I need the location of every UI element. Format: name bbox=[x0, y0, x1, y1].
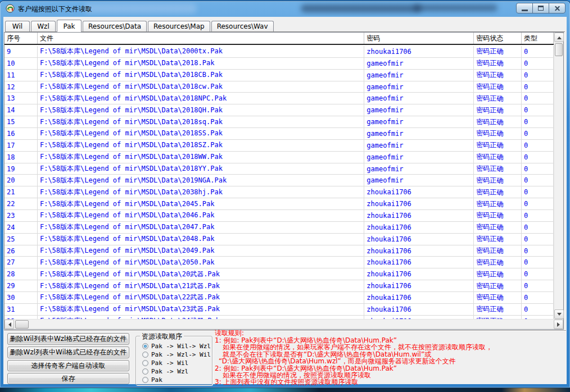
minimize-icon bbox=[522, 10, 528, 11]
minimize-button[interactable] bbox=[516, 3, 533, 13]
cell-status: 密码正确 bbox=[474, 198, 522, 209]
vertical-scrollbar[interactable] bbox=[554, 33, 563, 319]
table-row[interactable]: 17F:\58版本库\Legend of mir\MSDL\Data\2018S… bbox=[4, 140, 554, 152]
table-row[interactable]: 30F:\58版本库\Legend of mir\MSDL\Data\22武器.… bbox=[4, 292, 554, 304]
table-body: 9F:\58版本库\Legend of mir\MSDL\Data\2000tx… bbox=[4, 46, 554, 319]
delete-wil-existing-wzl-button[interactable]: 删除Wil列表中Wzl格式已经存在的文件 bbox=[7, 333, 129, 345]
cell-file: F:\58版本库\Legend of mir\MSDL\Data\2050.Pa… bbox=[38, 257, 364, 268]
rules-lines: 1: 例如: Pak列表中“D:\盛大网络\热血传奇\Data\Hum.Pak”… bbox=[215, 337, 566, 386]
maximize-button[interactable] bbox=[532, 3, 549, 13]
scroll-up-button[interactable] bbox=[554, 33, 564, 42]
table-row[interactable]: 27F:\58版本库\Legend of mir\MSDL\Data\2050.… bbox=[4, 257, 554, 268]
cell-index: 15 bbox=[4, 116, 38, 127]
maximize-icon bbox=[538, 6, 544, 11]
cell-status: 密码正确 bbox=[474, 186, 522, 198]
radio-option-3[interactable]: Pak -> Wil bbox=[142, 359, 211, 367]
table-row[interactable]: 14F:\58版本库\Legend of mir\MSDL\Data\2018Q… bbox=[4, 104, 554, 116]
cell-type: 0 bbox=[522, 152, 554, 163]
cell-password: zhoukai1706 bbox=[364, 268, 474, 280]
radio-option-label: Pak -> Wzl bbox=[151, 368, 188, 375]
table-row[interactable]: 22F:\58版本库\Legend of mir\MSDL\Data\2045.… bbox=[4, 198, 554, 210]
file-list: 序号文件密码密码状态类型 9F:\58版本库\Legend of mir\MSD… bbox=[4, 32, 564, 330]
col-type[interactable]: 类型 bbox=[522, 33, 554, 44]
cell-status: 密码正确 bbox=[474, 245, 522, 257]
cell-password: zhoukai1706 bbox=[364, 46, 474, 57]
cell-type: 0 bbox=[522, 128, 554, 139]
table-row[interactable]: 11F:\58版本库\Legend of mir\MSDL\Data\2018C… bbox=[4, 70, 554, 81]
table-row[interactable]: 13F:\58版本库\Legend of mir\MSDL\Data\2018N… bbox=[4, 93, 554, 104]
table-row[interactable]: 26F:\58版本库\Legend of mir\MSDL\Data\2049.… bbox=[4, 245, 554, 257]
table-row[interactable]: 15F:\58版本库\Legend of mir\MSDL\Data\2018s… bbox=[4, 116, 554, 128]
radio-option-4[interactable]: Pak -> Wzl bbox=[142, 368, 211, 375]
table-row[interactable]: 24F:\58版本库\Legend of mir\MSDL\Data\2047.… bbox=[4, 222, 554, 234]
tab-wzl[interactable]: Wzl bbox=[31, 21, 56, 31]
tab-bar: WilWzlPakResources\DataResources\MapReso… bbox=[5, 20, 565, 32]
cell-index: 22 bbox=[4, 198, 38, 209]
tab-wil[interactable]: Wil bbox=[5, 21, 30, 31]
cell-file: F:\58版本库\Legend of mir\MSDL\Data\2045.Pa… bbox=[38, 198, 364, 209]
col-index[interactable]: 序号 bbox=[4, 33, 38, 44]
cell-status: 密码正确 bbox=[474, 152, 522, 163]
cell-file: F:\58版本库\Legend of mir\MSDL\Data\2048.Pa… bbox=[38, 234, 364, 245]
cell-type: 0 bbox=[522, 268, 554, 280]
horizontal-scrollbar[interactable] bbox=[4, 319, 563, 329]
taskbar[interactable] bbox=[0, 387, 570, 392]
cell-password: gameofmir bbox=[364, 70, 474, 81]
col-file[interactable]: 文件 bbox=[38, 33, 364, 44]
radio-icon bbox=[142, 377, 148, 383]
col-password[interactable]: 密码 bbox=[364, 33, 474, 44]
tab-resources-wav[interactable]: Resources\Wav bbox=[211, 21, 274, 31]
glass-shadow bbox=[413, 4, 497, 11]
cell-password: zhoukai1706 bbox=[364, 257, 474, 268]
cell-index: 16 bbox=[4, 128, 38, 139]
table-row[interactable]: 25F:\58版本库\Legend of mir\MSDL\Data\2048.… bbox=[4, 234, 554, 245]
table-row[interactable]: 16F:\58版本库\Legend of mir\MSDL\Data\2018S… bbox=[4, 128, 554, 140]
cell-index: 28 bbox=[4, 268, 38, 280]
scroll-right-button[interactable] bbox=[554, 320, 563, 329]
horizontal-scroll-thumb[interactable] bbox=[15, 320, 29, 329]
scroll-down-button[interactable] bbox=[554, 309, 564, 319]
cell-status: 密码正确 bbox=[474, 46, 522, 57]
cell-file: F:\58版本库\Legend of mir\MSDL\Data\2018YY.… bbox=[38, 163, 364, 175]
cell-password: gameofmir bbox=[364, 152, 474, 163]
table-row[interactable]: 10F:\58版本库\Legend of mir\MSDL\Data\2018.… bbox=[4, 58, 554, 70]
table-row[interactable]: 19F:\58版本库\Legend of mir\MSDL\Data\2018Y… bbox=[4, 163, 554, 175]
cell-type: 0 bbox=[522, 70, 554, 81]
radio-option-label: Pak -> Wil-> Wzl bbox=[151, 343, 211, 350]
arrow-left-icon bbox=[6, 322, 11, 327]
table-row[interactable]: 29F:\58版本库\Legend of mir\MSDL\Data\21武器.… bbox=[4, 280, 554, 292]
rule-line: 如果在使用微端的情况，如果玩家客户端不存在这个文件，就不在按照资源读取顺序读取， bbox=[215, 344, 566, 350]
table-row[interactable]: 20F:\58版本库\Legend of mir\MSDL\Data\2019N… bbox=[4, 175, 554, 186]
table-row[interactable]: 28F:\58版本库\Legend of mir\MSDL\Data\20武器.… bbox=[4, 268, 554, 280]
tab-resources-data[interactable]: Resources\Data bbox=[83, 21, 147, 31]
cell-file: F:\58版本库\Legend of mir\MSDL\Data\2047.Pa… bbox=[38, 222, 364, 233]
cell-password: gameofmir bbox=[364, 116, 474, 127]
close-button[interactable] bbox=[549, 3, 566, 13]
cell-password: zhoukai1706 bbox=[364, 304, 474, 315]
cell-status: 密码正确 bbox=[474, 93, 522, 104]
tab-resources-map[interactable]: Resources\Map bbox=[148, 21, 210, 31]
table-header: 序号文件密码密码状态类型 bbox=[4, 33, 554, 45]
tab-pak[interactable]: Pak bbox=[57, 20, 82, 32]
col-status[interactable]: 密码状态 bbox=[474, 33, 522, 44]
table-row[interactable]: 23F:\58版本库\Legend of mir\MSDL\Data\2046.… bbox=[4, 210, 554, 222]
radio-option-2[interactable]: Pak -> Wzl-> Wil bbox=[142, 351, 211, 358]
radio-icon bbox=[142, 343, 148, 349]
table-row[interactable]: 21F:\58版本库\Legend of mir\MSDL\Data\2038h… bbox=[4, 186, 554, 198]
radio-option-label: Pak bbox=[151, 376, 162, 384]
cell-file: F:\58版本库\Legend of mir\MSDL\Data\2018WW.… bbox=[38, 152, 364, 163]
table-row[interactable]: 9F:\58版本库\Legend of mir\MSDL\Data\2000tx… bbox=[4, 46, 554, 58]
table-row[interactable]: 18F:\58版本库\Legend of mir\MSDL\Data\2018W… bbox=[4, 152, 554, 163]
window-titlebar[interactable]: 客户端按照以下文件读取 bbox=[0, 1, 570, 16]
vertical-scroll-thumb[interactable] bbox=[555, 43, 563, 56]
scroll-left-button[interactable] bbox=[4, 320, 14, 329]
cell-password: gameofmir bbox=[364, 58, 474, 69]
radio-option-1[interactable]: Pak -> Wil-> Wzl bbox=[142, 343, 211, 350]
save-button[interactable]: 保存 bbox=[7, 373, 129, 384]
auto-read-client-button[interactable]: 选择传奇客户端自动读取 bbox=[7, 360, 129, 371]
delete-wzl-existing-wil-button[interactable]: 删除Wzl列表中Wil格式已经存在的文件 bbox=[7, 347, 129, 358]
table-row[interactable]: 31F:\58版本库\Legend of mir\MSDL\Data\23武器.… bbox=[4, 304, 554, 316]
table-row[interactable]: 12F:\58版本库\Legend of mir\MSDL\Data\2018c… bbox=[4, 81, 554, 93]
radio-option-5[interactable]: Pak bbox=[142, 376, 211, 384]
cell-file: F:\58版本库\Legend of mir\MSDL\Data\2018CB.… bbox=[38, 70, 364, 81]
